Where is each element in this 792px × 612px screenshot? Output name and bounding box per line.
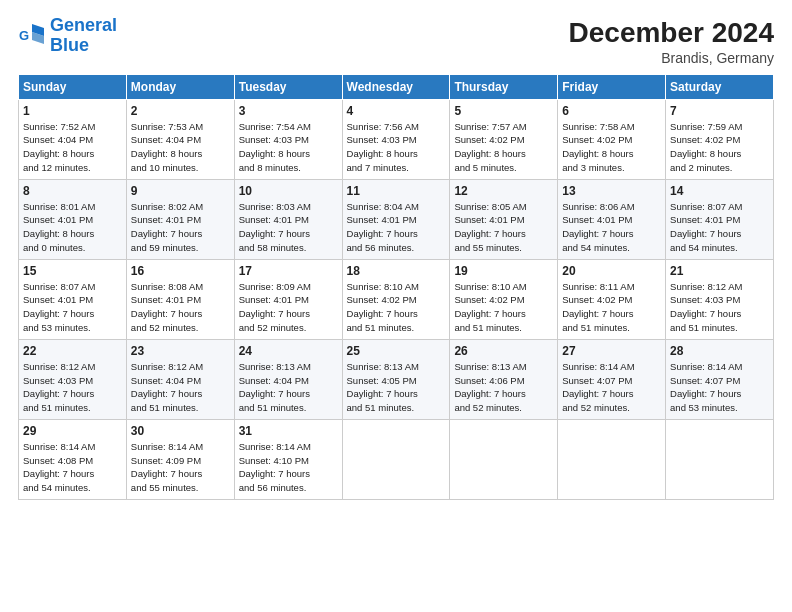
cell-text: Sunrise: 7:57 AMSunset: 4:02 PMDaylight:…	[454, 120, 553, 175]
calendar-cell: 26Sunrise: 8:13 AMSunset: 4:06 PMDayligh…	[450, 339, 558, 419]
cell-line: Sunrise: 8:13 AM	[347, 360, 446, 374]
cell-line: Sunset: 4:04 PM	[131, 374, 230, 388]
day-number: 24	[239, 344, 338, 358]
day-number: 27	[562, 344, 661, 358]
cell-text: Sunrise: 8:14 AMSunset: 4:07 PMDaylight:…	[562, 360, 661, 415]
cell-line: Sunrise: 8:13 AM	[239, 360, 338, 374]
calendar-cell: 29Sunrise: 8:14 AMSunset: 4:08 PMDayligh…	[19, 419, 127, 499]
cell-line: and 55 minutes.	[454, 241, 553, 255]
calendar-header: Sunday Monday Tuesday Wednesday Thursday…	[19, 74, 774, 99]
cell-line: Sunrise: 7:53 AM	[131, 120, 230, 134]
cell-line: Sunset: 4:02 PM	[454, 293, 553, 307]
cell-line: Daylight: 7 hours	[670, 307, 769, 321]
calendar-cell	[666, 419, 774, 499]
logo-text: General Blue	[50, 16, 117, 56]
calendar-cell: 6Sunrise: 7:58 AMSunset: 4:02 PMDaylight…	[558, 99, 666, 179]
cell-line: Sunrise: 8:07 AM	[23, 280, 122, 294]
calendar-week-4: 22Sunrise: 8:12 AMSunset: 4:03 PMDayligh…	[19, 339, 774, 419]
cell-line: Sunrise: 7:56 AM	[347, 120, 446, 134]
logo-line1: General	[50, 15, 117, 35]
cell-line: Sunset: 4:02 PM	[454, 133, 553, 147]
day-number: 22	[23, 344, 122, 358]
cell-line: Sunrise: 7:57 AM	[454, 120, 553, 134]
cell-text: Sunrise: 8:03 AMSunset: 4:01 PMDaylight:…	[239, 200, 338, 255]
day-number: 9	[131, 184, 230, 198]
cell-text: Sunrise: 8:06 AMSunset: 4:01 PMDaylight:…	[562, 200, 661, 255]
cell-text: Sunrise: 8:11 AMSunset: 4:02 PMDaylight:…	[562, 280, 661, 335]
cell-line: and 3 minutes.	[562, 161, 661, 175]
cell-line: Daylight: 7 hours	[347, 227, 446, 241]
cell-line: and 52 minutes.	[131, 321, 230, 335]
day-number: 14	[670, 184, 769, 198]
cell-line: and 51 minutes.	[454, 321, 553, 335]
subtitle: Brandis, Germany	[569, 50, 774, 66]
cell-text: Sunrise: 7:56 AMSunset: 4:03 PMDaylight:…	[347, 120, 446, 175]
cell-line: Sunset: 4:04 PM	[131, 133, 230, 147]
cell-line: and 54 minutes.	[670, 241, 769, 255]
cell-line: Sunset: 4:07 PM	[562, 374, 661, 388]
cell-line: and 51 minutes.	[239, 401, 338, 415]
cell-line: Daylight: 7 hours	[454, 387, 553, 401]
day-number: 6	[562, 104, 661, 118]
cell-line: and 0 minutes.	[23, 241, 122, 255]
cell-line: and 55 minutes.	[131, 481, 230, 495]
cell-line: Sunrise: 8:04 AM	[347, 200, 446, 214]
cell-line: Daylight: 7 hours	[239, 467, 338, 481]
cell-line: Daylight: 7 hours	[454, 227, 553, 241]
cell-text: Sunrise: 8:10 AMSunset: 4:02 PMDaylight:…	[454, 280, 553, 335]
cell-line: and 54 minutes.	[23, 481, 122, 495]
calendar-cell: 4Sunrise: 7:56 AMSunset: 4:03 PMDaylight…	[342, 99, 450, 179]
cell-line: Sunrise: 8:10 AM	[347, 280, 446, 294]
calendar-cell: 24Sunrise: 8:13 AMSunset: 4:04 PMDayligh…	[234, 339, 342, 419]
cell-line: and 2 minutes.	[670, 161, 769, 175]
page: G General Blue December 2024 Brandis, Ge…	[0, 0, 792, 612]
cell-text: Sunrise: 7:52 AMSunset: 4:04 PMDaylight:…	[23, 120, 122, 175]
cell-line: Sunset: 4:04 PM	[239, 374, 338, 388]
cell-line: Sunrise: 8:14 AM	[239, 440, 338, 454]
col-monday: Monday	[126, 74, 234, 99]
day-number: 12	[454, 184, 553, 198]
cell-text: Sunrise: 8:12 AMSunset: 4:04 PMDaylight:…	[131, 360, 230, 415]
cell-line: Sunrise: 8:12 AM	[23, 360, 122, 374]
cell-line: Sunset: 4:05 PM	[347, 374, 446, 388]
cell-line: Daylight: 7 hours	[562, 227, 661, 241]
cell-text: Sunrise: 7:59 AMSunset: 4:02 PMDaylight:…	[670, 120, 769, 175]
cell-line: Sunset: 4:03 PM	[670, 293, 769, 307]
col-thursday: Thursday	[450, 74, 558, 99]
cell-line: Daylight: 7 hours	[131, 387, 230, 401]
calendar-cell: 5Sunrise: 7:57 AMSunset: 4:02 PMDaylight…	[450, 99, 558, 179]
cell-line: Sunset: 4:01 PM	[239, 213, 338, 227]
cell-line: Sunset: 4:04 PM	[23, 133, 122, 147]
cell-line: Daylight: 8 hours	[347, 147, 446, 161]
calendar-cell: 30Sunrise: 8:14 AMSunset: 4:09 PMDayligh…	[126, 419, 234, 499]
cell-line: Daylight: 7 hours	[131, 307, 230, 321]
cell-text: Sunrise: 8:01 AMSunset: 4:01 PMDaylight:…	[23, 200, 122, 255]
cell-line: Sunset: 4:02 PM	[347, 293, 446, 307]
cell-line: Sunset: 4:01 PM	[131, 213, 230, 227]
cell-line: and 53 minutes.	[23, 321, 122, 335]
calendar-cell: 23Sunrise: 8:12 AMSunset: 4:04 PMDayligh…	[126, 339, 234, 419]
cell-line: Sunrise: 8:05 AM	[454, 200, 553, 214]
cell-line: and 53 minutes.	[670, 401, 769, 415]
cell-text: Sunrise: 7:58 AMSunset: 4:02 PMDaylight:…	[562, 120, 661, 175]
calendar-cell: 12Sunrise: 8:05 AMSunset: 4:01 PMDayligh…	[450, 179, 558, 259]
cell-text: Sunrise: 7:53 AMSunset: 4:04 PMDaylight:…	[131, 120, 230, 175]
cell-line: Daylight: 7 hours	[239, 307, 338, 321]
cell-line: Sunrise: 8:12 AM	[131, 360, 230, 374]
cell-line: Sunset: 4:02 PM	[670, 133, 769, 147]
logo-icon: G	[18, 22, 46, 50]
header-row: Sunday Monday Tuesday Wednesday Thursday…	[19, 74, 774, 99]
cell-text: Sunrise: 8:14 AMSunset: 4:07 PMDaylight:…	[670, 360, 769, 415]
col-friday: Friday	[558, 74, 666, 99]
cell-line: Sunset: 4:01 PM	[454, 213, 553, 227]
cell-line: and 8 minutes.	[239, 161, 338, 175]
cell-line: Sunset: 4:01 PM	[23, 293, 122, 307]
cell-line: Daylight: 7 hours	[131, 227, 230, 241]
day-number: 19	[454, 264, 553, 278]
cell-line: Daylight: 7 hours	[670, 387, 769, 401]
cell-text: Sunrise: 8:12 AMSunset: 4:03 PMDaylight:…	[23, 360, 122, 415]
svg-text:G: G	[19, 28, 29, 43]
day-number: 18	[347, 264, 446, 278]
calendar-week-3: 15Sunrise: 8:07 AMSunset: 4:01 PMDayligh…	[19, 259, 774, 339]
cell-line: Sunset: 4:10 PM	[239, 454, 338, 468]
